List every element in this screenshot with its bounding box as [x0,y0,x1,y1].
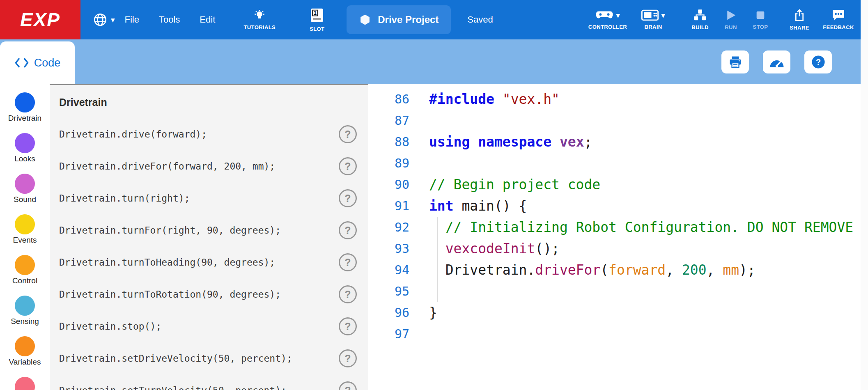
code-text: // Begin project code [409,174,600,195]
stop-button[interactable]: STOP [747,0,774,39]
command-help-button[interactable]: ? [339,253,357,271]
command-row: Drivetrain.setTurnVelocity(50, percent);… [59,374,368,390]
command-help-button[interactable]: ? [339,157,357,175]
tutorials-button[interactable]: TUTORIALS [237,0,282,39]
menu-tools[interactable]: Tools [149,14,190,25]
code-text: #include "vex.h" [409,89,560,110]
brain-button[interactable]: ▾ BRAIN [636,0,671,39]
command-text[interactable]: Drivetrain.turnFor(right, 90, degrees); [59,225,281,236]
category-color-dot[interactable] [15,174,35,194]
share-button[interactable]: SHARE [784,0,815,39]
palette-category[interactable]: Looks [14,133,35,163]
feedback-button[interactable]: FEEDBACK [819,0,858,39]
code-text [409,323,429,345]
category-color-dot[interactable] [15,377,35,390]
svg-text:?: ? [815,57,820,67]
line-number: 86 [368,89,409,110]
line-number: 97 [368,323,409,345]
share-label: SHARE [790,25,809,31]
command-help-button[interactable]: ? [339,349,357,367]
menu-file[interactable]: File [115,14,149,25]
stop-label: STOP [753,24,768,30]
command-help-button[interactable]: ? [339,381,357,390]
code-text: using namespace vex; [409,131,592,153]
build-label: BUILD [691,24,709,30]
tab-code-label: Code [34,57,61,69]
caret-down-icon: ▾ [661,11,665,19]
command-text[interactable]: Drivetrain.driveFor(forward, 200, mm); [59,161,275,172]
save-status: Saved [467,14,493,25]
tutorials-label: TUTORIALS [243,24,276,30]
tab-code[interactable]: Code [0,41,75,84]
menu-edit[interactable]: Edit [190,14,225,25]
stop-icon [755,9,766,21]
palette-category[interactable]: Events [13,214,37,245]
command-text[interactable]: Drivetrain.stop(); [59,321,161,332]
command-help-button[interactable]: ? [339,189,357,207]
palette-category[interactable] [15,377,35,390]
code-text: int main() { [409,195,527,217]
scrollbar-gutter[interactable] [861,0,868,390]
language-selector[interactable]: ▾ [93,12,115,27]
print-button[interactable] [721,50,749,73]
command-text[interactable]: Drivetrain.turnToRotation(90, degrees); [59,289,281,300]
brain-label: BRAIN [644,24,662,30]
code-line: 90 // Begin project code [368,174,868,195]
command-help-icon: ? [344,161,351,172]
category-label: Variables [9,358,41,367]
command-text[interactable]: Drivetrain.turn(right); [59,193,190,204]
command-list: Drivetrain.drive(forward); ? Drivetrain.… [59,118,368,390]
category-color-dot[interactable] [15,92,35,112]
palette-category[interactable]: Drivetrain [8,92,41,123]
code-line: 93 vexcodeInit(); [368,238,868,259]
command-help-icon: ? [344,128,351,140]
command-help-button[interactable]: ? [339,285,357,303]
dashboard-button[interactable] [763,50,790,73]
indent-guide [437,217,438,302]
main-area: Drivetrain Looks Sound Events Control Se… [0,84,868,390]
command-text[interactable]: Drivetrain.turnToHeading(90, degrees); [59,257,275,268]
command-help-button[interactable]: ? [339,317,357,335]
command-text[interactable]: Drivetrain.setTurnVelocity(50, percent); [59,385,287,390]
code-editor[interactable]: 86 #include "vex.h" 87 88 using namespac… [368,84,868,390]
printer-icon [728,55,743,69]
controller-button[interactable]: ▾ CONTROLLER [585,0,631,39]
command-row: Drivetrain.stop(); ? [59,310,368,342]
category-color-dot[interactable] [15,336,35,356]
command-row: Drivetrain.turnFor(right, 90, degrees); … [59,214,368,246]
category-label: Drivetrain [8,114,41,123]
category-color-dot[interactable] [15,133,35,153]
category-color-dot[interactable] [15,296,35,316]
build-icon [693,9,707,21]
help-button[interactable]: ? [804,50,832,73]
slot-number: 1 [314,10,317,16]
code-line: 88 using namespace vex; [368,131,868,153]
palette-category[interactable]: Variables [9,336,41,367]
command-help-icon: ? [344,321,351,333]
command-row: Drivetrain.turnToRotation(90, degrees); … [59,278,368,310]
code-line: 95 [368,281,868,302]
feedback-label: FEEDBACK [823,24,854,30]
category-color-dot[interactable] [15,214,35,234]
category-color-dot[interactable] [15,255,35,275]
palette-category[interactable]: Sensing [11,296,39,326]
code-text [409,153,429,174]
build-button[interactable]: BUILD [685,0,715,39]
command-text[interactable]: Drivetrain.drive(forward); [59,129,207,140]
run-button[interactable]: RUN [718,0,744,39]
command-text[interactable]: Drivetrain.setDriveVelocity(50, percent)… [59,353,292,364]
command-row: Drivetrain.turnToHeading(90, degrees); ? [59,246,368,278]
palette-category[interactable]: Control [12,255,37,285]
slot-button[interactable]: 1 SLOT [304,0,330,39]
exp-logo: EXP [0,0,80,39]
project-name-button[interactable]: Drive Project [347,5,451,34]
controller-label: CONTROLLER [588,24,627,30]
line-number: 89 [368,153,409,174]
command-row: Drivetrain.driveFor(forward, 200, mm); ? [59,150,368,182]
code-line: 91 int main() { [368,195,868,217]
command-panel: Drivetrain Drivetrain.drive(forward); ? … [50,84,368,390]
command-help-button[interactable]: ? [339,221,357,239]
palette-category[interactable]: Sound [14,174,36,204]
command-help-button[interactable]: ? [339,125,357,143]
help-icon: ? [811,55,825,69]
